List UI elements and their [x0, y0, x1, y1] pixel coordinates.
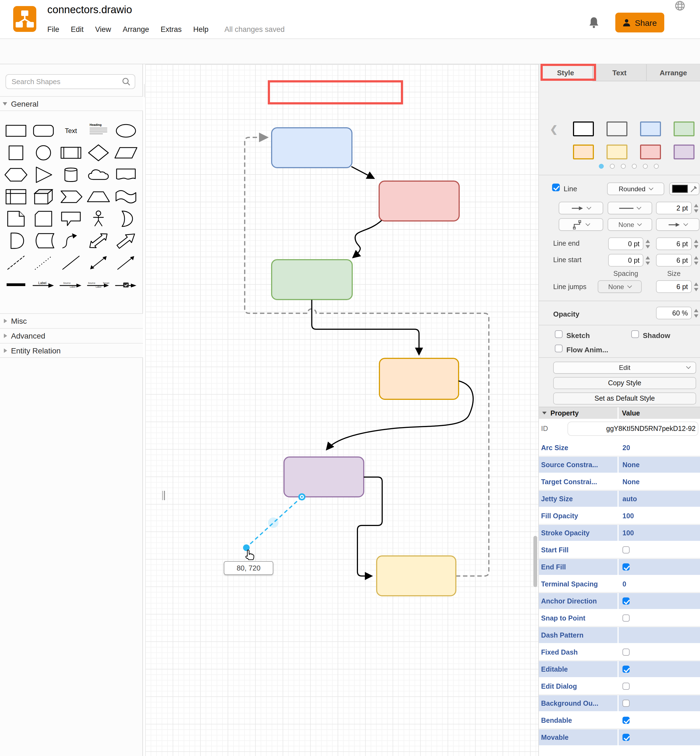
shape-parallelogram[interactable]	[112, 142, 140, 164]
set-default-style-button[interactable]: Set as Default Style	[553, 393, 696, 405]
shape-arrow-source-label[interactable]: SourceLabel	[57, 274, 85, 296]
node-red[interactable]	[379, 181, 459, 221]
property-label[interactable]: Jetty Size	[539, 491, 617, 507]
shape-internal-storage[interactable]	[2, 186, 30, 208]
style-swatch[interactable]	[573, 145, 594, 159]
property-value[interactable]: None	[617, 457, 700, 473]
collapse-triangle-icon[interactable]	[542, 412, 547, 415]
node-purple[interactable]	[284, 457, 364, 497]
shape-line[interactable]	[57, 252, 85, 274]
carousel-dot[interactable]	[632, 164, 637, 169]
property-value[interactable]	[617, 610, 700, 626]
style-swatch[interactable]	[606, 122, 627, 136]
node-blue[interactable]	[272, 128, 352, 168]
arrow-start-select[interactable]	[559, 202, 603, 214]
property-label[interactable]: Edit Dialog	[539, 678, 617, 694]
line-end-size-input[interactable]: 6 pt	[656, 237, 692, 250]
property-label[interactable]: Dash Pattern	[539, 627, 617, 643]
shape-directional-connector[interactable]	[112, 252, 140, 274]
shape-diamond[interactable]	[85, 142, 112, 164]
carousel-dot[interactable]	[610, 164, 615, 169]
property-label[interactable]: Editable	[539, 661, 617, 677]
shape-triangle[interactable]	[30, 164, 57, 186]
property-value[interactable]	[617, 593, 700, 609]
shape-arrow[interactable]	[112, 230, 140, 252]
property-checkbox[interactable]	[622, 700, 630, 707]
property-label[interactable]: Terminal Spacing	[539, 576, 617, 592]
node-yellow[interactable]	[377, 556, 456, 596]
property-label[interactable]: Fixed Dash	[539, 644, 617, 660]
shape-ellipse[interactable]	[112, 120, 140, 142]
shape-dotted-line[interactable]	[30, 252, 57, 274]
shape-textbox[interactable]: Heading	[85, 120, 112, 142]
menu-item-file[interactable]: File	[47, 25, 59, 34]
edge-green-to-orange[interactable]	[312, 300, 419, 354]
line-end-spacing-input[interactable]: 0 pt	[608, 237, 643, 250]
line-jumps-select[interactable]: None	[598, 280, 642, 293]
shape-cloud[interactable]	[85, 164, 112, 186]
property-label[interactable]: End Fill	[539, 559, 617, 575]
line-width-input[interactable]: 2 pt	[656, 202, 692, 214]
line-jumps-size-input[interactable]: 6 pt	[656, 280, 692, 293]
shape-data-storage[interactable]	[30, 230, 57, 252]
shape-cylinder[interactable]	[57, 164, 85, 186]
property-value[interactable]: 100	[617, 525, 700, 541]
node-orange[interactable]	[380, 359, 459, 399]
shape-arrow-with-icon[interactable]	[112, 274, 140, 296]
edge-red-to-green[interactable]	[353, 220, 381, 257]
property-label[interactable]: Start Fill	[539, 542, 617, 558]
edit-style-select[interactable]: Edit	[553, 362, 696, 374]
shape-text[interactable]: Text	[57, 120, 85, 142]
property-label[interactable]: Stroke Opacity	[539, 525, 617, 541]
menu-item-edit[interactable]: Edit	[71, 25, 84, 34]
shape-circle[interactable]	[30, 142, 57, 164]
shape-rounded-rectangle[interactable]	[30, 120, 57, 142]
shape-actor[interactable]	[85, 208, 112, 230]
id-value-field[interactable]: ggY8KtI5ND5RN7pekD12-92	[567, 422, 698, 436]
line-end-spacing-stepper[interactable]	[644, 237, 651, 250]
menu-item-view[interactable]: View	[95, 25, 111, 34]
property-checkbox[interactable]	[622, 597, 630, 605]
waypoint-style-select[interactable]	[559, 218, 603, 231]
carousel-dot[interactable]	[599, 164, 604, 169]
shape-bidirectional-arrow[interactable]	[85, 230, 112, 252]
canvas-vertical-scrollbar[interactable]	[533, 536, 537, 587]
shape-curve[interactable]	[57, 230, 85, 252]
shape-card[interactable]	[30, 208, 57, 230]
property-label[interactable]: Background Ou...	[539, 695, 617, 711]
line-width-stepper[interactable]	[693, 202, 700, 214]
style-swatch[interactable]	[573, 122, 594, 136]
property-checkbox[interactable]	[622, 614, 630, 622]
language-globe-icon[interactable]	[675, 0, 685, 11]
notifications-bell-icon[interactable]	[588, 17, 599, 28]
property-checkbox[interactable]	[622, 563, 630, 571]
shape-search-box[interactable]	[6, 74, 135, 89]
menu-item-extras[interactable]: Extras	[161, 25, 182, 34]
property-value[interactable]: None	[617, 474, 700, 490]
carousel-dot[interactable]	[654, 164, 659, 169]
shape-step[interactable]	[57, 186, 85, 208]
property-value[interactable]	[617, 661, 700, 677]
property-label[interactable]: Target Constrai...	[539, 474, 617, 490]
copy-style-button[interactable]: Copy Style	[553, 377, 696, 389]
shape-square[interactable]	[2, 142, 30, 164]
sketch-checkbox[interactable]	[555, 330, 562, 338]
property-value[interactable]: 100	[617, 508, 700, 524]
property-value[interactable]: auto	[617, 491, 700, 507]
edge-source-handle[interactable]	[298, 493, 305, 500]
property-value[interactable]	[617, 678, 700, 694]
shape-process[interactable]	[57, 142, 85, 164]
menu-item-help[interactable]: Help	[193, 25, 209, 34]
property-checkbox[interactable]	[622, 666, 630, 673]
property-value[interactable]	[617, 712, 700, 728]
flow-animation-checkbox[interactable]	[555, 344, 562, 352]
property-label[interactable]: Source Constra...	[539, 457, 617, 473]
carousel-dot[interactable]	[643, 164, 648, 169]
property-value[interactable]	[617, 695, 700, 711]
tab-arrange[interactable]: Arrange	[647, 64, 700, 81]
property-checkbox[interactable]	[622, 683, 630, 690]
edge-blue-to-red[interactable]	[352, 167, 374, 178]
property-label[interactable]: Arc Size	[539, 440, 617, 456]
property-value[interactable]	[617, 730, 700, 745]
style-swatch[interactable]	[673, 145, 694, 159]
